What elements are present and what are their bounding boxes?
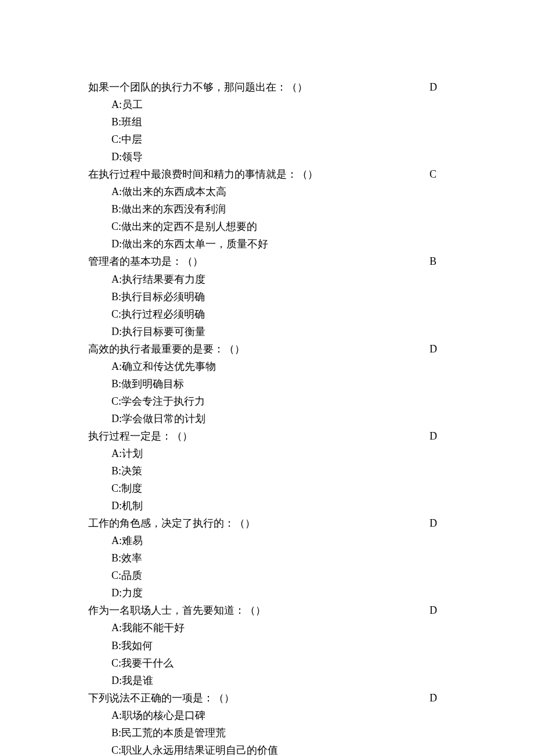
question-option: B:民工荒的本质是管理荒 (88, 724, 447, 741)
question-row: 作为一名职场人士，首先要知道：（） D (88, 602, 447, 619)
question-row: 下列说法不正确的一项是：（） D (88, 689, 447, 707)
question-option: B:做出来的东西没有利润 (88, 200, 447, 218)
question-option: A:做出来的东西成本太高 (88, 183, 447, 200)
question-option: A:执行结果要有力度 (88, 271, 447, 288)
question-row: 执行过程一定是：（） D (88, 427, 447, 445)
question-option: D:领导 (88, 148, 447, 165)
question-stem: 执行过程一定是：（） (88, 427, 424, 445)
question-option: A:职场的核心是口碑 (88, 707, 447, 724)
question-stem: 如果一个团队的执行力不够，那问题出在：（） (88, 78, 424, 96)
question-answer: D (424, 689, 447, 707)
question-option: D:学会做日常的计划 (88, 410, 447, 427)
question-option: D:我是谁 (88, 672, 447, 689)
question-answer: D (424, 340, 447, 358)
question-option: D:力度 (88, 584, 447, 602)
document-page: 如果一个团队的执行力不够，那问题出在：（） D A:员工 B:班组 C:中层 D… (0, 0, 534, 756)
question-answer: D (424, 514, 447, 532)
question-row: 在执行过程中最浪费时间和精力的事情就是：（） C (88, 165, 447, 183)
question-stem: 管理者的基本功是：（） (88, 253, 424, 270)
question-option: A:确立和传达优先事物 (88, 358, 447, 375)
question-option: C:职业人永远用结果证明自己的价值 (88, 741, 447, 756)
question-option: B:效率 (88, 549, 447, 567)
question-stem: 作为一名职场人士，首先要知道：（） (88, 602, 424, 619)
question-option: B:我如何 (88, 637, 447, 654)
question-option: A:难易 (88, 532, 447, 549)
question-option: B:做到明确目标 (88, 375, 447, 393)
question-option: C:执行过程必须明确 (88, 305, 447, 323)
question-option: C:学会专注于执行力 (88, 393, 447, 410)
question-answer: D (424, 427, 447, 445)
question-row: 管理者的基本功是：（） B (88, 253, 447, 270)
question-row: 高效的执行者最重要的是要：（） D (88, 340, 447, 358)
question-option: D:机制 (88, 497, 447, 514)
question-option: B:班组 (88, 113, 447, 131)
question-stem: 在执行过程中最浪费时间和精力的事情就是：（） (88, 165, 424, 183)
question-option: D:执行目标要可衡量 (88, 323, 447, 340)
question-stem: 工作的角色感，决定了执行的：（） (88, 514, 424, 532)
question-answer: C (424, 165, 447, 183)
question-option: B:决策 (88, 462, 447, 480)
question-option: C:制度 (88, 480, 447, 497)
question-option: A:我能不能干好 (88, 619, 447, 636)
question-row: 如果一个团队的执行力不够，那问题出在：（） D (88, 78, 447, 96)
question-stem: 下列说法不正确的一项是：（） (88, 689, 424, 707)
question-option: C:我要干什么 (88, 654, 447, 672)
question-answer: D (424, 602, 447, 619)
question-option: C:品质 (88, 567, 447, 584)
question-answer: B (424, 253, 447, 270)
question-option: A:员工 (88, 96, 447, 113)
question-answer: D (424, 78, 447, 96)
question-stem: 高效的执行者最重要的是要：（） (88, 340, 424, 358)
question-option: D:做出来的东西太单一，质量不好 (88, 235, 447, 253)
question-option: C:中层 (88, 131, 447, 148)
question-option: C:做出来的定西不是别人想要的 (88, 218, 447, 235)
question-row: 工作的角色感，决定了执行的：（） D (88, 514, 447, 532)
question-option: A:计划 (88, 445, 447, 462)
question-option: B:执行目标必须明确 (88, 288, 447, 305)
